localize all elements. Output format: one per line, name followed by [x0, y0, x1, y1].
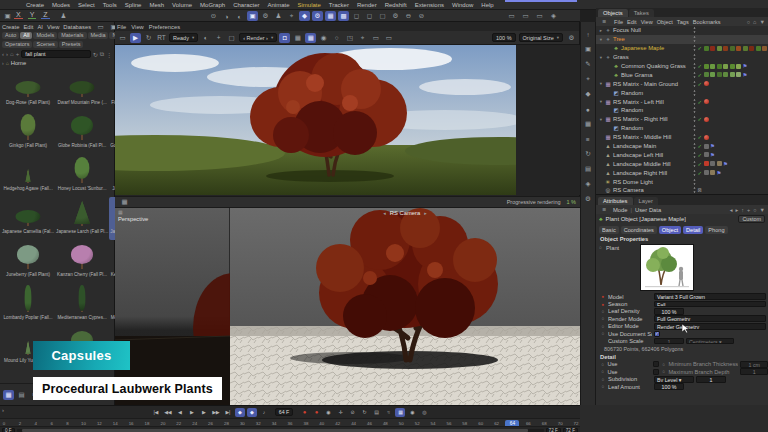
anim-dot-icon[interactable]: ○ [600, 384, 606, 389]
viewport-camera[interactable]: ◂ RS Camera ▸ [230, 208, 580, 405]
visibility-dots-icon[interactable] [693, 116, 696, 122]
last-tool-icon[interactable]: ▣ [2, 11, 13, 21]
object-row[interactable]: ▲Landscape Main✓⚑ [596, 142, 768, 151]
object-row[interactable]: ▾⌖Grass [596, 53, 768, 62]
tag-flag-icon[interactable]: ⚑ [723, 161, 728, 167]
material-chip[interactable] [762, 46, 767, 51]
menu-help[interactable]: Help [477, 2, 497, 8]
monitor-a-icon[interactable]: ▭ [370, 33, 381, 43]
material-chip[interactable] [704, 144, 709, 149]
coordinate-system-icon[interactable]: ♟ [58, 11, 69, 21]
tag-flag-icon[interactable]: ⚑ [717, 170, 722, 176]
value-field[interactable]: 100 % [654, 383, 684, 390]
start-render-icon[interactable]: ▶ [130, 33, 141, 43]
value-field[interactable]: Variant 3 Full Grown [654, 293, 766, 300]
visibility-dots-icon[interactable] [693, 27, 696, 33]
prev-camera-icon[interactable]: ◂ [383, 210, 386, 216]
enabled-check-icon[interactable]: ✓ [698, 161, 703, 167]
more-icon[interactable]: ⋮ [106, 51, 112, 58]
material-chip[interactable] [717, 46, 722, 51]
ab-menu-edit[interactable]: Edit [23, 24, 33, 30]
material-chip[interactable] [710, 161, 715, 166]
user-data-label[interactable]: User Data [635, 207, 661, 213]
range-scrollbar[interactable] [17, 429, 544, 432]
edges-mode-icon[interactable]: ● [583, 104, 594, 114]
render-status-dropdown[interactable]: Ready▾ [169, 33, 198, 42]
workplane-icon[interactable]: ▢ [377, 11, 388, 21]
om-menu-file[interactable]: File [614, 19, 623, 25]
record-rotation-button[interactable]: ● [311, 408, 321, 417]
enabled-check-icon[interactable]: ✓ [698, 81, 703, 87]
material-chip[interactable] [736, 72, 741, 77]
back-icon[interactable]: ‹ [2, 51, 4, 57]
home-icon[interactable]: ⌂ [753, 19, 756, 25]
material-chip[interactable] [743, 46, 748, 51]
value-field[interactable]: 1 [654, 338, 684, 345]
list-view-icon[interactable]: ▤ [16, 390, 27, 400]
object-row[interactable]: ▲Landscape Right Hill✓⚑ [596, 168, 768, 177]
camera-rotate-icon[interactable]: ◑ [221, 11, 232, 21]
plant-item[interactable]: Juneberry (Fall Plant) [1, 240, 55, 283]
folder-icon[interactable]: ⧉ [100, 51, 104, 58]
om-menu-edit[interactable]: Edit [627, 19, 637, 25]
menu-modes[interactable]: Modes [48, 2, 74, 8]
layout-animate-icon[interactable]: ▭ [520, 11, 531, 21]
visibility-dots-icon[interactable] [693, 99, 696, 105]
visibility-dots-icon[interactable] [693, 107, 696, 113]
mode-label[interactable]: Mode [613, 207, 628, 213]
object-row[interactable]: ▾⌖Tree [596, 35, 768, 44]
rv-menu-file[interactable]: File [117, 24, 126, 30]
plant-item[interactable]: Dog-Rose (Fall Plant) [1, 68, 55, 111]
exclude-icon[interactable]: ⊖ [403, 11, 414, 21]
plant-item[interactable]: Dwarf Mountain Pine (... [55, 68, 109, 111]
material-chip[interactable] [723, 46, 728, 51]
anim-dot-icon[interactable]: ○ [600, 377, 606, 382]
record-options-button[interactable]: ◉ [323, 408, 333, 417]
ab-menu-create[interactable]: Create [2, 24, 19, 30]
attr-tab-layer[interactable]: Layer [634, 197, 659, 205]
value-field[interactable]: Render Geometry [654, 323, 766, 330]
om-menu-object[interactable]: Object [657, 19, 673, 25]
object-row[interactable]: ◩Random [596, 106, 768, 115]
quantize-icon[interactable]: ▩ [338, 11, 349, 21]
menu-select[interactable]: Select [74, 2, 99, 8]
anim-dot-icon[interactable]: ○ [661, 369, 666, 374]
tag-flag-icon[interactable]: ⚑ [743, 63, 748, 69]
axis-mode-icon[interactable]: ⌖ [286, 11, 297, 21]
grid-view-icon[interactable]: ▦ [3, 390, 14, 400]
cycle-icon[interactable]: ↻ [359, 408, 369, 417]
object-row[interactable]: ▾▦RS Matrix - Main Ground✓ [596, 79, 768, 88]
forward-icon[interactable]: ▸ [735, 207, 738, 213]
snapshot-icon[interactable]: ▭ [117, 33, 128, 43]
autokey-button[interactable]: ◆ [247, 408, 257, 417]
visibility-dots-icon[interactable] [693, 187, 696, 193]
material-chip[interactable] [710, 46, 715, 51]
channels-icon[interactable]: ▦ [305, 33, 316, 43]
attr-button-basic[interactable]: Basic [599, 226, 619, 234]
model-mode-icon[interactable]: ▣ [583, 44, 594, 54]
plant-item[interactable]: Kanzan Cherry (Fall Pl... [55, 240, 109, 283]
menu-animate[interactable]: Animate [263, 2, 293, 8]
attr-button-detail[interactable]: Detail [683, 226, 703, 234]
curves-icon[interactable]: ≈ [383, 408, 393, 417]
visibility-dots-icon[interactable] [693, 134, 696, 140]
snap-icon[interactable]: ↻ [583, 149, 594, 159]
render-preview-icon[interactable]: ◐ [234, 11, 245, 21]
breadcrumb[interactable]: › ⌂ Home [0, 59, 114, 67]
value-field[interactable]: Full Geometry [654, 315, 766, 322]
menu-window[interactable]: Window [448, 2, 477, 8]
object-row[interactable]: ♣Common Quaking Grass✓⚑ [596, 62, 768, 71]
size-dropdown[interactable]: Original Size▾ [519, 33, 563, 42]
dim-toggle-icon[interactable]: ◻ [351, 11, 362, 21]
pan-view-icon[interactable]: ⌖ [357, 33, 368, 43]
material-chip[interactable] [710, 72, 715, 77]
monitor-b-icon[interactable]: ▭ [383, 33, 394, 43]
record-position-button[interactable]: ● [299, 408, 309, 417]
checkbox[interactable] [653, 361, 659, 367]
attr-button-phong[interactable]: Phong [705, 226, 727, 234]
visibility-dots-icon[interactable] [693, 72, 696, 78]
move-record-icon[interactable]: ✛ [335, 408, 345, 417]
go-start-button[interactable]: |◀ [151, 408, 161, 417]
plant-item[interactable]: Globe Robinia (Fall Pl... [55, 111, 109, 154]
object-row[interactable]: ♣Blue Grama✓⚑ [596, 70, 768, 79]
